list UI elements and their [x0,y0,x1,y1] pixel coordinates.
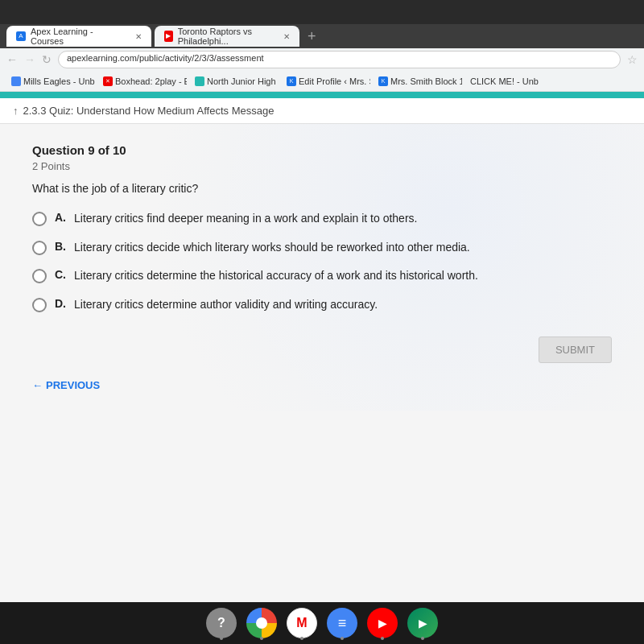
help-active-dot [220,637,223,640]
bookmark-smithblock-label: Mrs. Smith Block 1 ( [390,76,462,86]
answer-letter-c: C. [55,268,66,281]
docs-active-dot [341,637,344,640]
forward-button[interactable]: → [24,53,35,66]
question-text: What is the job of a literary critic? [32,182,612,195]
answer-option-c[interactable]: C. Literary critics determine the histor… [32,268,612,284]
bookmark-smithblock[interactable]: K Mrs. Smith Block 1 ( [374,75,462,88]
radio-d[interactable] [32,298,47,312]
bookmark-boxhead[interactable]: ✕ Boxhead: 2play - Edu [98,75,187,88]
bookmark-northjr[interactable]: North Junior High S [190,75,279,88]
submit-row: SUBMIT [32,336,612,363]
answer-option-b[interactable]: B. Literary critics decide which literar… [32,240,612,256]
tab-apex-close[interactable]: ✕ [135,32,142,41]
taskbar-item-youtube: ▶ [367,608,398,638]
help-icon[interactable]: ? [206,608,237,638]
previous-arrow-icon: ← [32,379,43,391]
raptors-favicon: ▶ [164,31,173,42]
browser-content: ↑ 2.3.3 Quiz: Understand How Medium Affe… [0,98,644,602]
tab-apex-label: Apex Learning - Courses [31,27,127,46]
answer-text-c: Literary critics determine the historica… [74,268,478,284]
apex-teal-header [0,92,644,98]
answer-options: A. Literary critics find deeper meaning … [32,211,612,312]
address-bar: ← → ↻ apexlearning.com/public/activity/2… [0,48,644,71]
taskbar-item-help: ? [206,608,237,638]
quiz-main-content: Question 9 of 10 2 Points What is the jo… [0,124,644,411]
answer-text-a: Literary critics find deeper meaning in … [74,211,417,227]
radio-c[interactable] [32,269,47,283]
previous-label: PREVIOUS [46,379,100,391]
gmail-icon[interactable]: M [287,608,317,638]
answer-option-a[interactable]: A. Literary critics find deeper meaning … [32,211,612,227]
answer-text-d: Literary critics determine author validi… [74,297,378,313]
play-active-dot [421,637,424,640]
editprofile-favicon: K [287,76,296,86]
bookmark-editprofile[interactable]: K Edit Profile ‹ Mrs. Sm [282,75,370,88]
bookmarks-bar: Mills Eagles - Unbloc ✕ Boxhead: 2play -… [0,71,644,92]
breadcrumb-arrow-icon: ↑ [13,105,19,117]
submit-button[interactable]: SUBMIT [539,336,612,363]
radio-b[interactable] [32,241,47,255]
chrome-active-dot [260,637,263,640]
boxhead-favicon: ✕ [103,76,113,86]
bookmark-editprofile-label: Edit Profile ‹ Mrs. Sm [299,76,370,86]
add-tab-button[interactable]: + [303,28,321,45]
quiz-breadcrumb: ↑ 2.3.3 Quiz: Understand How Medium Affe… [0,98,644,124]
bookmark-clickme-label: CLICK ME! - Unb [470,76,539,86]
taskbar-item-docs: ≡ [327,608,357,638]
top-bar [0,0,644,24]
answer-letter-d: D. [55,297,66,310]
docs-icon[interactable]: ≡ [327,608,357,638]
bookmark-mills[interactable]: Mills Eagles - Unbloc [6,75,95,88]
answer-option-d[interactable]: D. Literary critics determine author val… [32,297,612,313]
previous-row: ← PREVIOUS [32,379,612,391]
quiz-breadcrumb-text: 2.3.3 Quiz: Understand How Medium Affect… [23,105,275,117]
taskbar-item-chrome [246,608,277,638]
mills-favicon [11,76,21,86]
question-points: 2 Points [32,160,612,172]
url-input[interactable]: apexlearning.com/public/activity/2/3/3/a… [58,51,621,68]
youtube-active-dot [381,637,384,640]
tab-apex[interactable]: A Apex Learning - Courses ✕ [6,26,151,47]
chrome-icon[interactable] [246,608,277,638]
refresh-button[interactable]: ↻ [42,53,52,66]
radio-a[interactable] [32,212,47,226]
bookmark-northjr-label: North Junior High S [207,76,279,86]
tab-raptors[interactable]: ▶ Toronto Raptors vs Philadelphi... ✕ [155,26,299,47]
answer-text-b: Literary critics decide which literary w… [74,240,470,256]
taskbar-item-gmail: M [287,608,317,638]
gmail-active-dot [300,637,303,640]
smithblock-favicon: K [378,76,388,86]
answer-letter-b: B. [55,240,66,253]
taskbar-item-play: ▶ [407,608,438,638]
back-button[interactable]: ← [6,53,18,66]
bookmark-clickme[interactable]: CLICK ME! - Unb [465,75,543,88]
bookmark-star-icon[interactable]: ☆ [627,53,638,66]
northjr-favicon [195,76,204,86]
tab-raptors-close[interactable]: ✕ [283,32,290,41]
taskbar: ? M ≡ ▶ ▶ [0,602,644,644]
bookmark-boxhead-label: Boxhead: 2play - Edu [115,76,187,86]
question-number: Question 9 of 10 [32,143,612,157]
play-icon[interactable]: ▶ [407,608,438,638]
youtube-icon[interactable]: ▶ [367,608,398,638]
answer-letter-a: A. [55,211,66,224]
browser-tabs-bar: A Apex Learning - Courses ✕ ▶ Toronto Ra… [0,24,644,48]
bookmark-mills-label: Mills Eagles - Unbloc [23,76,95,86]
tab-raptors-label: Toronto Raptors vs Philadelphi... [178,27,275,46]
previous-link[interactable]: ← PREVIOUS [32,379,100,391]
apex-favicon: A [16,31,26,41]
